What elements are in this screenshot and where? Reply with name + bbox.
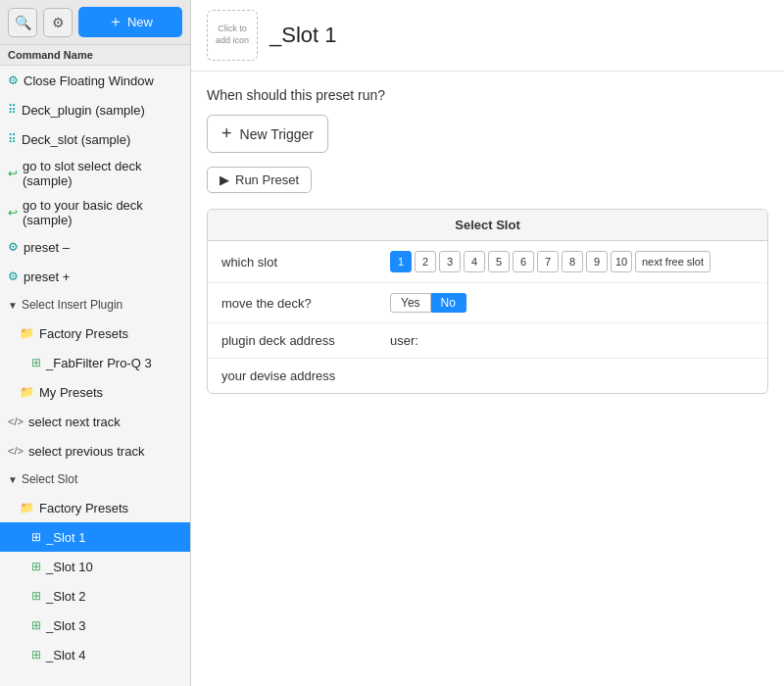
slot-icon-1: ⊞: [31, 530, 41, 544]
settings-button[interactable]: ⚙: [43, 8, 73, 37]
sidebar-item-label: go to slot select deck (sample): [23, 159, 182, 188]
add-icon-line2: add icon: [216, 35, 249, 47]
grid-icon: ⠿: [8, 103, 17, 117]
sidebar-item-label: _Slot 10: [46, 560, 93, 574]
sidebar-item-go-basic-deck[interactable]: ↩ go to your basic deck (sample): [0, 193, 190, 232]
sidebar-item-fabfilter[interactable]: ⊞ _FabFilter Pro-Q 3: [0, 348, 190, 377]
sidebar-item-go-to-slot[interactable]: ↩ go to slot select deck (sample): [0, 154, 190, 193]
slot-btn-4[interactable]: 4: [464, 251, 485, 272]
sidebar-item-label: preset –: [24, 240, 70, 255]
which-slot-label: which slot: [221, 255, 378, 270]
sidebar-item-slot-10[interactable]: ⊞ _Slot 10: [0, 552, 190, 581]
sidebar-item-label: Deck_slot (sample): [22, 132, 130, 147]
sidebar-item-preset-minus[interactable]: ⚙ preset –: [0, 232, 190, 262]
new-button[interactable]: ＋ New: [78, 7, 182, 37]
sidebar-item-my-presets[interactable]: 📁 My Presets: [0, 377, 190, 407]
grid-icon-2: ⠿: [8, 132, 17, 146]
no-button[interactable]: No: [431, 293, 466, 313]
folder-icon-2: 📁: [20, 385, 34, 399]
sidebar-item-label: Deck_plugin (sample): [22, 103, 145, 118]
trigger-plus-icon: +: [221, 123, 232, 144]
sidebar-header: 🔍 ⚙ ＋ New: [0, 0, 190, 45]
sidebar-item-label: Close Floating Window: [24, 74, 154, 88]
sidebar-item-label: _Slot 3: [46, 618, 85, 633]
sidebar-col-headers: Command Name: [0, 45, 190, 66]
sidebar-item-slot-1[interactable]: ⊞ _Slot 1: [0, 522, 190, 552]
plugin-address-value: user:: [390, 333, 418, 348]
search-button[interactable]: 🔍: [8, 8, 37, 37]
sidebar-item-slot-3[interactable]: ⊞ _Slot 3: [0, 611, 190, 640]
card-title: Select Slot: [208, 210, 767, 241]
slot-btn-2[interactable]: 2: [415, 251, 436, 272]
sidebar-item-slot-4[interactable]: ⊞ _Slot 4: [0, 640, 190, 669]
gear-icon: ⚙: [8, 74, 19, 87]
trigger-btn-label: New Trigger: [240, 126, 314, 142]
when-label: When should this preset run?: [207, 87, 768, 103]
run-preset-label: Run Preset: [235, 172, 299, 187]
sidebar-item-factory-presets-2[interactable]: 📁 Factory Presets: [0, 493, 190, 522]
folder-icon: 📁: [20, 326, 34, 340]
slot-btn-7[interactable]: 7: [537, 251, 559, 272]
main-body: When should this preset run? + New Trigg…: [191, 72, 784, 686]
slot-icon-4: ⊞: [31, 648, 41, 662]
preset-minus-icon: ⚙: [8, 240, 19, 254]
sidebar-item-preset-plus[interactable]: ⚙ preset +: [0, 262, 190, 291]
chevron-down-icon-2: ▼: [8, 474, 18, 485]
slot-btn-5[interactable]: 5: [488, 251, 510, 272]
card-row-move-deck: move the deck? Yes No: [208, 283, 767, 323]
new-trigger-button[interactable]: + New Trigger: [207, 115, 328, 153]
move-deck-label: move the deck?: [221, 296, 378, 311]
sidebar-item-slot-2[interactable]: ⊞ _Slot 2: [0, 581, 190, 611]
code-icon-2: </>: [8, 445, 24, 457]
code-icon: </>: [8, 416, 24, 427]
select-slot-card: Select Slot which slot 1 2 3 4 5 6 7 8 9…: [207, 209, 768, 394]
sidebar-item-label: go to your basic deck (sample): [23, 198, 182, 227]
run-preset-button[interactable]: ▶ Run Preset: [207, 167, 312, 193]
card-row-which-slot: which slot 1 2 3 4 5 6 7 8 9 10 next fre…: [208, 241, 767, 283]
slot-btn-9[interactable]: 9: [586, 251, 608, 272]
sidebar-scroll[interactable]: ⚙ Close Floating Window ⠿ Deck_plugin (s…: [0, 66, 190, 686]
card-row-devise-address: your devise address: [208, 359, 767, 393]
sidebar-item-label: Factory Presets: [39, 501, 128, 515]
sidebar-item-label: select next track: [28, 415, 121, 429]
sidebar-item-label: _FabFilter Pro-Q 3: [46, 356, 152, 370]
add-icon-line1: Click to: [218, 24, 247, 35]
card-row-plugin-address: plugin deck address user:: [208, 323, 767, 359]
slot-icon-2: ⊞: [31, 589, 41, 603]
col-command-name: Command Name: [8, 49, 93, 61]
sidebar: 🔍 ⚙ ＋ New Command Name ⚙ Close Floating …: [0, 0, 191, 686]
slot-icon-3: ⊞: [31, 618, 41, 632]
plus-icon: ＋: [108, 12, 123, 32]
section-select-slot[interactable]: ▼ Select Slot: [0, 466, 190, 493]
next-free-slot-button[interactable]: next free slot: [635, 251, 710, 272]
sidebar-item-factory-presets-1[interactable]: 📁 Factory Presets: [0, 318, 190, 348]
sidebar-item-select-next-track[interactable]: </> select next track: [0, 407, 190, 436]
sidebar-item-select-previous-track[interactable]: </> select previous track: [0, 436, 190, 466]
page-title: _Slot 1: [270, 23, 337, 48]
slot-btn-10[interactable]: 10: [611, 251, 632, 272]
arrow-icon-2: ↩: [8, 206, 18, 220]
section-label-text: Select Insert Plugin: [22, 298, 122, 312]
sidebar-item-label: My Presets: [39, 385, 103, 400]
new-label: New: [127, 15, 153, 29]
slot-btn-3[interactable]: 3: [439, 251, 461, 272]
sidebar-item-deck-plugin[interactable]: ⠿ Deck_plugin (sample): [0, 95, 190, 124]
run-icon: ▶: [220, 172, 229, 187]
add-icon-placeholder[interactable]: Click to add icon: [207, 10, 258, 61]
sidebar-item-label: _Slot 2: [46, 589, 85, 604]
slot-btn-8[interactable]: 8: [562, 251, 583, 272]
sidebar-item-deck-slot[interactable]: ⠿ Deck_slot (sample): [0, 124, 190, 154]
slot-btn-1[interactable]: 1: [390, 251, 412, 272]
chevron-down-icon: ▼: [8, 300, 18, 311]
sidebar-item-close-floating[interactable]: ⚙ Close Floating Window: [0, 66, 190, 95]
yes-button[interactable]: Yes: [390, 293, 431, 313]
sidebar-item-label: _Slot 1: [46, 530, 85, 545]
slot-buttons-group: 1 2 3 4 5 6 7 8 9 10 next free slot: [390, 251, 710, 272]
section-label-text-2: Select Slot: [22, 472, 77, 486]
slot-btn-6[interactable]: 6: [513, 251, 534, 272]
plugin-address-label: plugin deck address: [221, 333, 378, 348]
section-select-insert-plugin[interactable]: ▼ Select Insert Plugin: [0, 291, 190, 318]
yes-no-group: Yes No: [390, 293, 466, 313]
sidebar-item-label: preset +: [24, 270, 70, 284]
devise-address-label: your devise address: [221, 368, 378, 383]
